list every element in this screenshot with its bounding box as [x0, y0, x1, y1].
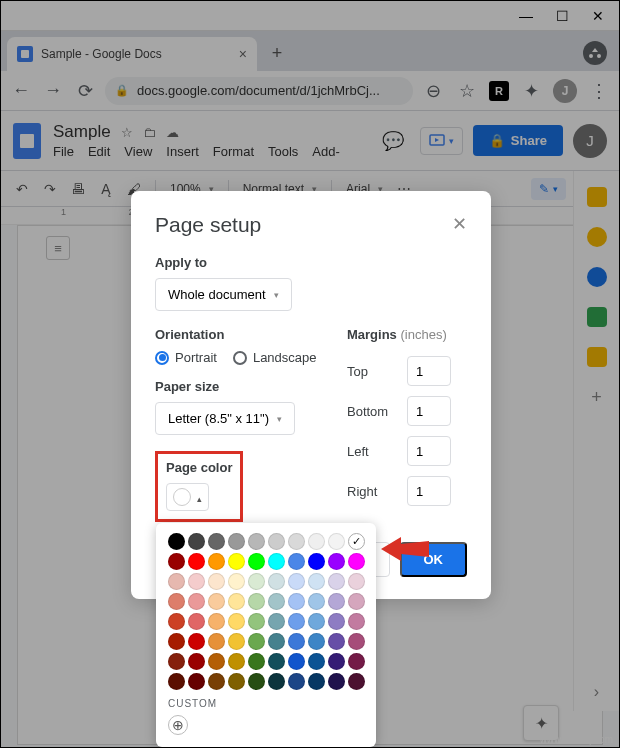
color-swatch[interactable]: [288, 533, 305, 550]
color-swatch[interactable]: [168, 593, 185, 610]
color-swatch[interactable]: ✓: [348, 533, 365, 550]
color-swatch[interactable]: [248, 613, 265, 630]
color-swatch[interactable]: [228, 673, 245, 690]
color-swatch[interactable]: [308, 673, 325, 690]
color-swatch[interactable]: [268, 533, 285, 550]
color-swatch[interactable]: [268, 673, 285, 690]
color-swatch[interactable]: [288, 573, 305, 590]
margin-bottom-input[interactable]: [407, 396, 451, 426]
color-swatch[interactable]: [248, 553, 265, 570]
color-swatch[interactable]: [348, 573, 365, 590]
color-swatch[interactable]: [188, 653, 205, 670]
color-swatch[interactable]: [328, 653, 345, 670]
annotation-arrow: [381, 531, 431, 567]
color-swatch[interactable]: [248, 533, 265, 550]
portrait-radio[interactable]: Portrait: [155, 350, 217, 365]
color-picker-popover: ✓ CUSTOM ⊕: [156, 523, 376, 747]
color-swatch[interactable]: [188, 613, 205, 630]
page-color-label: Page color: [166, 460, 232, 475]
custom-section-label: CUSTOM: [168, 698, 364, 709]
color-swatch[interactable]: [308, 553, 325, 570]
color-swatch[interactable]: [308, 573, 325, 590]
color-swatch[interactable]: [348, 553, 365, 570]
color-swatch[interactable]: [248, 593, 265, 610]
color-swatch[interactable]: [308, 593, 325, 610]
color-swatch[interactable]: [288, 593, 305, 610]
color-swatch[interactable]: [188, 673, 205, 690]
color-swatch[interactable]: [168, 673, 185, 690]
color-swatch[interactable]: [308, 533, 325, 550]
color-swatch[interactable]: [168, 533, 185, 550]
dialog-title: Page setup: [155, 213, 261, 237]
color-swatch[interactable]: [288, 673, 305, 690]
color-swatch[interactable]: [228, 653, 245, 670]
color-swatch[interactable]: [328, 593, 345, 610]
color-swatch[interactable]: [168, 553, 185, 570]
color-swatch[interactable]: [268, 573, 285, 590]
color-swatch[interactable]: [208, 533, 225, 550]
page-color-highlight: Page color: [155, 451, 243, 522]
color-swatch[interactable]: [308, 633, 325, 650]
color-swatch[interactable]: [268, 593, 285, 610]
color-swatch[interactable]: [208, 553, 225, 570]
color-swatch[interactable]: [208, 673, 225, 690]
add-custom-color-button[interactable]: ⊕: [168, 715, 188, 735]
color-swatch[interactable]: [248, 673, 265, 690]
color-swatch[interactable]: [208, 573, 225, 590]
color-swatch[interactable]: [288, 613, 305, 630]
margin-left-input[interactable]: [407, 436, 451, 466]
margin-top-input[interactable]: [407, 356, 451, 386]
color-swatch[interactable]: [188, 593, 205, 610]
color-swatch[interactable]: [248, 633, 265, 650]
color-swatch[interactable]: [288, 553, 305, 570]
dialog-close-icon[interactable]: ✕: [452, 213, 467, 237]
color-swatch[interactable]: [348, 593, 365, 610]
color-swatch[interactable]: [348, 613, 365, 630]
paper-size-label: Paper size: [155, 379, 327, 394]
color-swatch[interactable]: [168, 573, 185, 590]
color-swatch[interactable]: [308, 653, 325, 670]
color-swatch[interactable]: [348, 653, 365, 670]
color-swatch[interactable]: [168, 653, 185, 670]
color-swatch[interactable]: [348, 633, 365, 650]
color-swatch[interactable]: [208, 613, 225, 630]
apply-to-dropdown[interactable]: Whole document▾: [155, 278, 292, 311]
color-swatch[interactable]: [208, 653, 225, 670]
color-swatch[interactable]: [188, 573, 205, 590]
color-swatch[interactable]: [288, 633, 305, 650]
color-swatch[interactable]: [268, 613, 285, 630]
color-swatch[interactable]: [188, 553, 205, 570]
color-swatch[interactable]: [248, 573, 265, 590]
apply-to-label: Apply to: [155, 255, 467, 270]
color-swatch[interactable]: [228, 633, 245, 650]
color-swatch[interactable]: [188, 633, 205, 650]
color-swatch[interactable]: [268, 653, 285, 670]
color-swatch[interactable]: [208, 593, 225, 610]
color-swatch[interactable]: [188, 533, 205, 550]
color-swatch[interactable]: [228, 553, 245, 570]
color-swatch[interactable]: [328, 673, 345, 690]
color-swatch[interactable]: [228, 613, 245, 630]
color-swatch[interactable]: [268, 553, 285, 570]
color-swatch[interactable]: [208, 633, 225, 650]
color-swatch[interactable]: [288, 653, 305, 670]
color-swatch[interactable]: [268, 633, 285, 650]
color-swatch[interactable]: [228, 533, 245, 550]
color-swatch[interactable]: [308, 613, 325, 630]
paper-size-dropdown[interactable]: Letter (8.5" x 11")▾: [155, 402, 295, 435]
color-swatch[interactable]: [168, 633, 185, 650]
color-swatch[interactable]: [348, 673, 365, 690]
color-swatch[interactable]: [328, 613, 345, 630]
color-swatch[interactable]: [328, 553, 345, 570]
landscape-radio[interactable]: Landscape: [233, 350, 317, 365]
page-color-button[interactable]: [166, 483, 209, 511]
color-swatch[interactable]: [248, 653, 265, 670]
color-swatch[interactable]: [228, 573, 245, 590]
color-swatch[interactable]: [168, 613, 185, 630]
svg-marker-1: [381, 537, 429, 561]
color-swatch[interactable]: [328, 573, 345, 590]
color-swatch[interactable]: [328, 533, 345, 550]
color-swatch[interactable]: [228, 593, 245, 610]
margin-right-input[interactable]: [407, 476, 451, 506]
color-swatch[interactable]: [328, 633, 345, 650]
